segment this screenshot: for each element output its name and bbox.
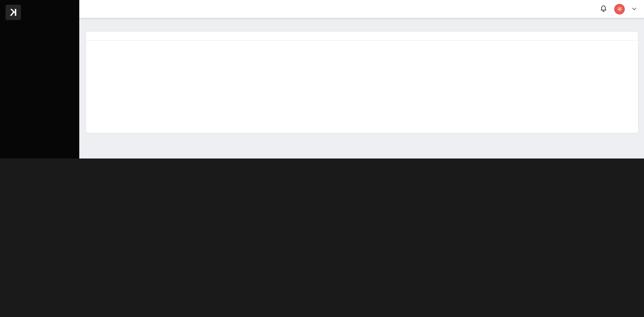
main-area <box>79 0 644 158</box>
topbar <box>79 0 644 18</box>
kast-logo-icon: K <box>6 5 21 20</box>
account-menu[interactable] <box>614 4 637 14</box>
sidebar: K <box>0 0 79 158</box>
account-avatar <box>614 4 625 14</box>
performance-panel <box>86 31 638 133</box>
line-chart-svg <box>90 47 634 126</box>
performance-chart <box>86 40 638 126</box>
app-window: K <box>0 0 644 158</box>
brand-logo-row: K <box>0 0 79 24</box>
topbar-shadow <box>79 18 644 20</box>
chevron-down-icon <box>632 7 637 11</box>
bell-icon[interactable] <box>599 5 608 13</box>
chart-legend <box>86 126 638 133</box>
dashboard-content <box>79 20 644 158</box>
